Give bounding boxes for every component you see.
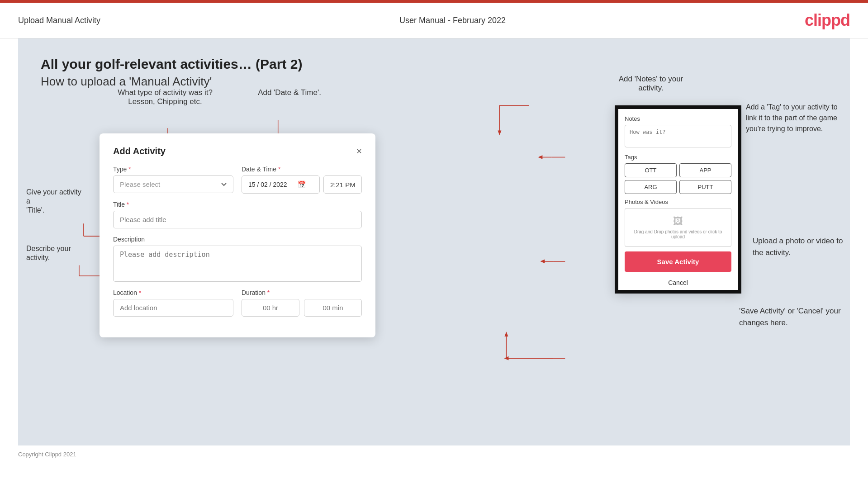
section-title: All your golf-relevant activities… (Part…	[41, 57, 827, 72]
copyright: Copyright Clippd 2021	[0, 445, 868, 463]
svg-marker-32	[504, 332, 508, 336]
description-textarea[interactable]	[113, 246, 362, 282]
header: Upload Manual Activity User Manual - Feb…	[0, 3, 868, 38]
date-input[interactable]	[248, 181, 296, 188]
modal-title: Add Activity	[113, 146, 166, 156]
cancel-button[interactable]: Cancel	[625, 275, 731, 290]
form-row-description: Description	[113, 236, 362, 282]
title-field-group: Title *	[113, 201, 362, 228]
phone-notes-input[interactable]	[625, 125, 731, 147]
phone-mockup: Notes Tags OTT APP ARG PUTT Photos & Vid…	[615, 105, 741, 294]
manual-title: User Manual - February 2022	[399, 16, 506, 25]
tag-arg[interactable]: ARG	[625, 180, 677, 194]
form-row-location-duration: Location * Duration *	[113, 289, 362, 317]
phone-inner: Notes Tags OTT APP ARG PUTT Photos & Vid…	[618, 109, 738, 290]
type-field-group: Type * Please select	[113, 166, 233, 194]
duration-field-group: Duration *	[242, 289, 362, 317]
svg-marker-27	[540, 260, 545, 264]
annotation-datetime: Add 'Date & Time'.	[249, 88, 330, 97]
location-input[interactable]	[113, 299, 233, 317]
title-label: Title *	[113, 201, 362, 208]
duration-label: Duration *	[242, 289, 362, 296]
time-input[interactable]	[323, 175, 362, 194]
tag-ott[interactable]: OTT	[625, 163, 677, 177]
annotation-notes: Add 'Notes' to your activity.	[606, 75, 696, 93]
phone-tags-label: Tags	[625, 154, 731, 161]
datetime-field-group: Date & Time * 📅	[242, 166, 362, 194]
description-label: Description	[113, 236, 362, 243]
location-label: Location *	[113, 289, 233, 296]
form-row-title: Title *	[113, 201, 362, 228]
form-row-type-datetime: Type * Please select Date & Time * 📅	[113, 166, 362, 194]
phone-photos-label: Photos & Videos	[625, 199, 731, 205]
duration-min-input[interactable]	[304, 299, 362, 317]
type-required-star: *	[127, 166, 131, 173]
svg-marker-30	[504, 356, 508, 360]
photos-drop-text: Drag and Drop photos and videos or click…	[630, 229, 726, 239]
title-input[interactable]	[113, 211, 362, 228]
add-activity-modal: Add Activity × Type * Please select Date…	[100, 133, 375, 337]
tag-putt[interactable]: PUTT	[679, 180, 731, 194]
svg-marker-21	[498, 131, 501, 136]
annotation-give-title: Give your activity a 'Title'.	[26, 188, 85, 215]
duration-hr-input[interactable]	[242, 299, 299, 317]
annotation-describe: Describe your activity.	[26, 244, 85, 262]
upload-icon: 🖼	[630, 216, 726, 227]
type-select[interactable]: Please select	[113, 175, 233, 193]
annotation-type: What type of activity was it? Lesson, Ch…	[115, 88, 215, 106]
section-subtitle: How to upload a 'Manual Activity'	[41, 75, 827, 89]
location-field-group: Location *	[113, 289, 233, 317]
calendar-icon: 📅	[298, 180, 306, 189]
type-label: Type *	[113, 166, 233, 173]
duration-inputs	[242, 299, 362, 317]
save-activity-button[interactable]: Save Activity	[625, 251, 731, 272]
annotation-save: 'Save Activity' or 'Cancel' your changes…	[739, 305, 843, 328]
date-input-wrap: 📅	[242, 175, 320, 194]
description-field-group: Description	[113, 236, 362, 282]
annotation-tag: Add a 'Tag' to your activity to link it …	[746, 102, 843, 134]
datetime-label: Date & Time *	[242, 166, 362, 173]
modal-close-button[interactable]: ×	[356, 146, 362, 156]
tags-grid: OTT APP ARG PUTT	[625, 163, 731, 194]
phone-notes-label: Notes	[625, 115, 731, 122]
tag-app[interactable]: APP	[679, 163, 731, 177]
annotation-upload: Upload a photo or video to the activity.	[753, 235, 843, 258]
main-content: All your golf-relevant activities… (Part…	[18, 38, 850, 445]
page-title: Upload Manual Activity	[18, 16, 100, 25]
svg-marker-24	[538, 155, 542, 159]
logo: clippd	[805, 11, 850, 30]
photos-drop-zone[interactable]: 🖼 Drag and Drop photos and videos or cli…	[625, 208, 731, 247]
modal-header: Add Activity ×	[113, 146, 362, 156]
